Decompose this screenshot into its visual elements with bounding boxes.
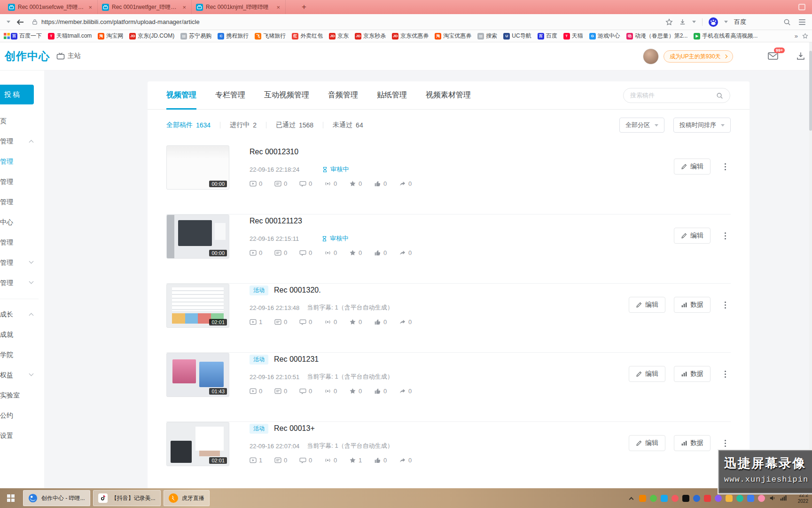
taskbar-app-douyin[interactable]: 【抖音】记录美...: [93, 490, 161, 506]
main-site-link[interactable]: 主站: [56, 52, 81, 60]
downloads-icon[interactable]: [679, 18, 686, 25]
sidebar-item[interactable]: 管理: [0, 131, 44, 151]
taskbar-app-browser[interactable]: 创作中心 - 哔哩...: [23, 490, 90, 506]
edit-button[interactable]: 编辑: [629, 366, 665, 382]
video-title[interactable]: Rec 0001231: [274, 355, 319, 364]
edit-button[interactable]: 编辑: [674, 159, 710, 175]
menu-icon[interactable]: [799, 19, 805, 25]
creator-center-logo[interactable]: 创作中心: [5, 49, 50, 64]
message-button[interactable]: 99+: [768, 52, 778, 60]
edit-button[interactable]: 编辑: [674, 228, 710, 244]
bookmark-item[interactable]: JD 京东优惠券: [392, 32, 429, 40]
bookmark-item[interactable]: G 游戏中心: [589, 32, 620, 40]
data-button[interactable]: 数据: [674, 297, 710, 313]
more-button[interactable]: [719, 436, 731, 450]
apps-grid-icon[interactable]: [4, 33, 10, 39]
manage-tab[interactable]: 视频管理: [166, 81, 196, 109]
tray-icon[interactable]: [682, 495, 689, 502]
sidebar-item[interactable]: 设置: [0, 426, 44, 446]
user-avatar[interactable]: [643, 48, 659, 64]
category-select[interactable]: 全部分区: [619, 118, 664, 133]
sidebar-item[interactable]: 管理: [0, 273, 44, 293]
data-button[interactable]: 数据: [674, 435, 710, 451]
bookmark-item[interactable]: 动 动漫（眷思量）第2...: [626, 32, 688, 40]
video-thumbnail[interactable]: 00:00: [166, 145, 229, 190]
back-icon[interactable]: [16, 18, 24, 26]
sidebar-item[interactable]: 成长: [0, 304, 44, 325]
url-field[interactable]: https://member.bilibili.com/platform/upl…: [41, 18, 200, 25]
scrollbar-thumb[interactable]: [809, 51, 812, 131]
bookmark-item[interactable]: ▶ 手机在线看高清视频...: [694, 32, 757, 40]
more-button[interactable]: [719, 298, 731, 312]
bookmark-item[interactable]: C 携程旅行: [218, 32, 249, 40]
edit-button[interactable]: 编辑: [629, 297, 665, 313]
bookmark-item[interactable]: ▤ 搜索: [477, 32, 497, 40]
tray-icon[interactable]: [671, 495, 679, 502]
sidebar-item[interactable]: 管理: [0, 192, 44, 212]
search-input[interactable]: 搜索稿件: [623, 88, 730, 103]
tray-icon[interactable]: [715, 495, 722, 502]
manage-tab[interactable]: 互动视频管理: [264, 81, 309, 109]
sidebar-item[interactable]: 管理: [0, 232, 44, 253]
bookmark-item[interactable]: 百 百度: [538, 32, 557, 40]
tab-close-icon[interactable]: ×: [181, 4, 187, 11]
browser-tab[interactable]: Rec 0001knjml_哔哩哔哩 ×: [192, 0, 286, 14]
tray-icon[interactable]: [661, 495, 668, 502]
bookmark-star-icon[interactable]: [665, 18, 673, 26]
start-button[interactable]: [0, 488, 22, 508]
video-thumbnail[interactable]: 02:01: [166, 284, 229, 328]
sort-select[interactable]: 投稿时间排序: [673, 118, 731, 133]
tray-icon[interactable]: [650, 495, 657, 502]
manage-tab[interactable]: 专栏管理: [215, 81, 245, 109]
sidebar-item[interactable]: 中心: [0, 212, 44, 232]
tray-icon[interactable]: [704, 495, 711, 502]
search-icon[interactable]: [716, 92, 723, 99]
more-button[interactable]: [719, 159, 731, 174]
sidebar-item[interactable]: 管理: [0, 151, 44, 172]
manage-tab[interactable]: 贴纸管理: [377, 81, 407, 109]
video-title[interactable]: Rec 00012310: [250, 148, 298, 156]
bookmark-item[interactable]: JD 京东秒杀: [355, 32, 386, 40]
browser-tab[interactable]: Rec 0001rwetfger_哔哩哔哩 ×: [98, 0, 192, 14]
bookmark-item[interactable]: 淘 淘宝优惠券: [435, 32, 471, 40]
bookmark-item[interactable]: 百 百度一下: [11, 32, 42, 40]
sidebar-item[interactable]: 管理: [0, 172, 44, 192]
video-thumbnail[interactable]: 00:00: [166, 214, 229, 259]
sidebar-item[interactable]: 实验室: [0, 385, 44, 405]
new-tab-button[interactable]: +: [297, 2, 311, 12]
tray-icon[interactable]: [693, 495, 700, 502]
bookmark-item[interactable]: U UC导航: [503, 32, 531, 40]
sidebar-item[interactable]: 成就: [0, 325, 44, 345]
bookmark-item[interactable]: T 天猫: [563, 32, 583, 40]
sidebar-item[interactable]: 学院: [0, 345, 44, 365]
tab-close-icon[interactable]: ×: [275, 4, 281, 11]
bookmark-item[interactable]: 红 外卖红包: [292, 32, 323, 40]
tray-icon[interactable]: [758, 495, 765, 502]
filter-item[interactable]: 全部稿件 1634: [166, 121, 211, 129]
bookmarks-overflow-icon[interactable]: »: [795, 32, 798, 40]
bookmark-item[interactable]: ▤ 苏宁易购: [180, 32, 211, 40]
bookmark-item[interactable]: 飞 飞猪旅行: [255, 32, 286, 40]
manage-tab[interactable]: 视频素材管理: [426, 81, 471, 109]
tray-icon[interactable]: [736, 495, 743, 502]
download-client-button[interactable]: [796, 51, 805, 61]
filter-item[interactable]: 进行中 2: [211, 121, 257, 129]
search-icon[interactable]: [783, 18, 791, 26]
tray-icon[interactable]: [639, 495, 646, 502]
video-thumbnail[interactable]: 01:43: [166, 353, 229, 397]
up-days-pill[interactable]: 成为UP主的第930天: [664, 50, 733, 63]
sidebar-item[interactable]: 公约: [0, 405, 44, 426]
tab-list-caret-icon[interactable]: [7, 21, 10, 23]
video-title[interactable]: Rec 0001320.: [274, 286, 321, 294]
sidebar-item[interactable]: 管理: [0, 253, 44, 273]
data-button[interactable]: 数据: [674, 366, 710, 382]
post-submit-button[interactable]: 投稿: [0, 85, 34, 104]
taskbar-app-huya[interactable]: 虎牙直播: [164, 490, 210, 506]
add-bookmark-icon[interactable]: [802, 33, 808, 39]
sidebar-item[interactable]: 页: [0, 111, 44, 131]
more-button[interactable]: [719, 367, 731, 381]
baidu-logo[interactable]: [709, 17, 718, 27]
bookmark-item[interactable]: T 天猫tmall.com: [48, 32, 92, 40]
edit-button[interactable]: 编辑: [629, 435, 665, 451]
filter-item[interactable]: 已通过 1568: [257, 121, 313, 129]
